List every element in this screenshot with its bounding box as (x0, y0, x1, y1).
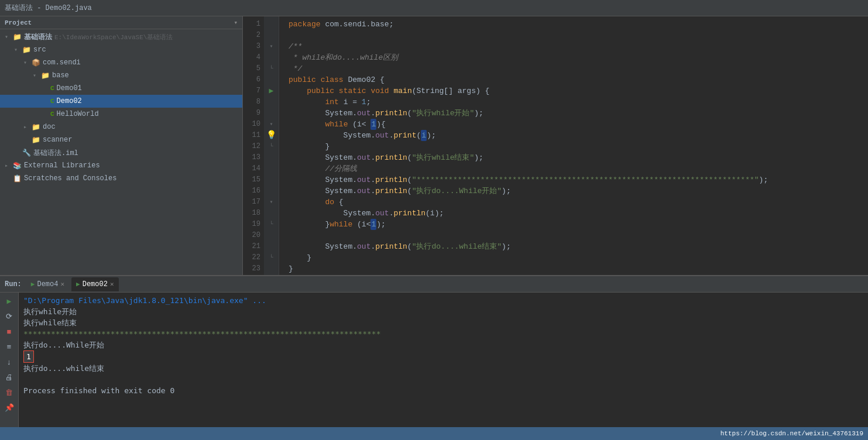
main-area: Project ▾ 📁 基础语法 E:\IdeaWorkSpace\JavaSE… (0, 16, 868, 275)
code-line-13: System.out.println("执行while结束"); (289, 152, 868, 163)
tab-demo4-icon: ▶ (31, 280, 35, 288)
sidebar-header: Project ▾ (0, 16, 242, 29)
code-line-4: * while和do....while区别 (289, 52, 868, 63)
folder-icon-root: 📁 (13, 33, 22, 42)
iml-icon: 🔧 (22, 149, 31, 157)
tree-label-src: src (33, 46, 46, 54)
code-line-9: System.out.println("执行while开始"); (289, 108, 868, 119)
tree-item-iml[interactable]: 🔧 基础语法.iml (0, 146, 242, 159)
code-editor[interactable]: package com.sendi.base; /** * while和do..… (279, 16, 868, 275)
print-btn[interactable]: 🖨 (3, 371, 16, 384)
stop-btn[interactable]: ■ (3, 325, 16, 338)
tree-arrow-doc (23, 123, 32, 130)
code-line-7: public static void main(String[] args) { (289, 85, 868, 97)
bottom-sidebar: ▶ ⟳ ■ ≡ ↓ 🖨 🗑 📌 (0, 293, 19, 427)
code-line-23: } (289, 263, 868, 274)
tree-arrow-root (5, 33, 13, 40)
tree-label-demo02: Demo02 (57, 97, 82, 105)
bottom-tabs: Run: ▶ Demo4 ✕ ▶ Demo02 ✕ (0, 276, 868, 293)
scroll-btn[interactable]: ↓ (3, 356, 16, 369)
run-btn[interactable]: ▶ (3, 295, 16, 308)
tree-extra-root: E:\IdeaWorkSpace\JavaSE\基础语法 (54, 33, 173, 42)
chevron-down-icon[interactable]: ▾ (234, 19, 238, 26)
line-numbers: 12345 678910 1112131415 1617181920 21222… (243, 16, 264, 275)
tab-demo02-label: Demo02 (83, 280, 108, 288)
folder-icon-src: 📁 (22, 46, 31, 54)
status-right: https://blog.csdn.net/weixin_43761319 (721, 430, 863, 437)
title-text: 基础语法 - Demo02.java (5, 3, 92, 13)
rerun-btn[interactable]: ⟳ (3, 310, 16, 323)
code-line-16: System.out.println("执行do....While开始"); (289, 185, 868, 197)
tree-item-extlibs[interactable]: 📚 External Libraries (0, 159, 242, 172)
project-label: Project (5, 19, 32, 26)
tree-label-scratches: Scratches and Consoles (24, 174, 116, 183)
tree-item-demo02[interactable]: C Demo02 (0, 95, 242, 108)
console-path-line: "D:\Program Files\Java\jdk1.8.0_121\bin\… (23, 295, 863, 306)
tree-label-root: 基础语法 (24, 32, 52, 42)
tree-label-demo01: Demo01 (57, 84, 82, 92)
tree-item-demo01[interactable]: C Demo01 (0, 82, 242, 95)
bottom-panel: Run: ▶ Demo4 ✕ ▶ Demo02 ✕ ▶ ⟳ ■ ≡ ↓ 🖨 🗑 … (0, 275, 868, 427)
fold-start-icon[interactable]: ▾ (269, 41, 273, 52)
bottom-content: ▶ ⟳ ■ ≡ ↓ 🖨 🗑 📌 "D:\Program Files\Java\j… (0, 293, 868, 427)
class-icon-demo02: C (50, 98, 54, 105)
tab-demo4-close[interactable]: ✕ (60, 280, 64, 288)
run-label: Run: (5, 280, 22, 288)
tree-item-src[interactable]: 📁 src (0, 43, 242, 56)
code-line-10: while (i< 1){ (289, 119, 868, 130)
scratches-icon: 📋 (13, 174, 22, 183)
tab-demo02-close[interactable]: ✕ (110, 280, 114, 288)
folder-icon-doc: 📁 (32, 123, 40, 132)
fold-do-icon[interactable]: ▾ (269, 197, 273, 208)
code-line-1: package com.sendi.base; (289, 19, 868, 30)
tab-demo4-label: Demo4 (37, 280, 58, 288)
hint-icon[interactable]: 💡 (266, 130, 276, 141)
tree-arrow-comsendi (23, 59, 32, 66)
folder-icon-base: 📁 (41, 71, 50, 80)
tree-label-scanner: scanner (43, 136, 72, 144)
console-while-end: 执行while结束 (23, 317, 863, 328)
wrap-btn[interactable]: ≡ (3, 341, 16, 353)
tree-label-comsendi: com.sendi (43, 59, 81, 67)
clear-btn[interactable]: 🗑 (3, 386, 16, 399)
class-icon-demo01: C (50, 85, 54, 92)
tab-demo02-icon: ▶ (76, 280, 80, 288)
console-blank (23, 374, 863, 385)
status-bar: https://blog.csdn.net/weixin_43761319 (0, 427, 868, 440)
console-output: "D:\Program Files\Java\jdk1.8.0_121\bin\… (19, 293, 868, 427)
code-line-12: } (289, 141, 868, 152)
editor-content: 12345 678910 1112131415 1617181920 21222… (243, 16, 868, 275)
run-icon[interactable]: ▶ (269, 85, 274, 97)
fold-while-icon[interactable]: ▾ (269, 119, 273, 130)
code-line-15: System.out.println("********************… (289, 174, 868, 185)
tree-item-helloworld[interactable]: C HelloWorld (0, 108, 242, 121)
code-line-20 (289, 230, 868, 241)
lib-icon-extlibs: 📚 (13, 161, 22, 170)
code-line-2 (289, 30, 868, 41)
tree-arrow-base (33, 72, 41, 79)
console-exit: Process finished with exit code 0 (23, 385, 863, 396)
console-val: 1 (23, 350, 863, 363)
tree-arrow-src (14, 46, 22, 53)
tab-demo4[interactable]: ▶ Demo4 ✕ (26, 277, 69, 291)
code-line-22: } (289, 252, 868, 263)
tree-item-scanner[interactable]: 📁 scanner (0, 133, 242, 146)
tree-item-comsendi[interactable]: 📦 com.sendi (0, 56, 242, 69)
fold-main-end-icon: └ (269, 252, 273, 263)
tree-item-base[interactable]: 📁 base (0, 69, 242, 82)
console-stars: ****************************************… (23, 328, 863, 339)
pin-btn[interactable]: 📌 (3, 401, 16, 414)
pkg-icon-comsendi: 📦 (32, 59, 40, 67)
console-val-1: 1 (23, 350, 34, 363)
code-line-18: System.out.println(i); (289, 208, 868, 219)
tab-demo02[interactable]: ▶ Demo02 ✕ (71, 277, 118, 291)
tree-item-scratches[interactable]: 📋 Scratches and Consoles (0, 172, 242, 185)
console-do-end: 执行do....while结束 (23, 363, 863, 374)
class-icon-helloworld: C (50, 111, 54, 118)
code-line-6: public class Demo02 { (289, 74, 868, 85)
tree-arrow-extlibs (5, 162, 13, 169)
tree-item-root[interactable]: 📁 基础语法 E:\IdeaWorkSpace\JavaSE\基础语法 (0, 30, 242, 43)
title-bar: 基础语法 - Demo02.java (0, 0, 868, 16)
tree-item-doc[interactable]: 📁 doc (0, 121, 242, 133)
code-line-3: /** (289, 41, 868, 52)
